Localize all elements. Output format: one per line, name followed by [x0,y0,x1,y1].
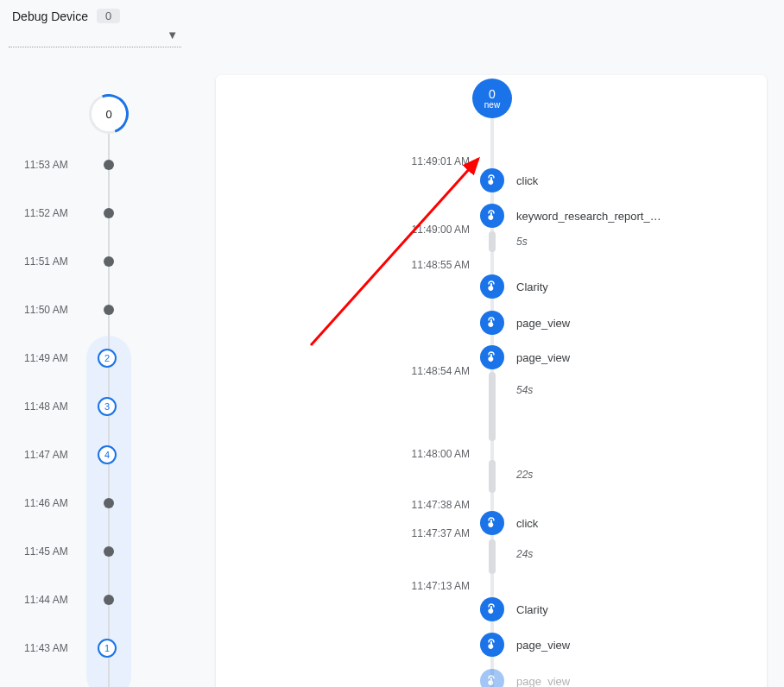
touch-icon [480,597,504,621]
event-timestamp: 11:48:55 AM [406,259,470,271]
event-row[interactable]: page_view [480,311,570,335]
minute-dot [104,160,114,170]
event-label: page_view [516,639,570,652]
touch-icon [480,311,504,335]
gap-marker [489,460,496,493]
minute-row[interactable]: 11:49 AM2 [0,348,173,369]
minute-row[interactable]: 11:44 AM [0,589,173,610]
event-row[interactable]: page_view [480,669,570,687]
minute-row[interactable]: 11:47 AM4 [0,444,173,465]
touch-icon [480,168,504,192]
event-row[interactable]: keyword_research_report_… [480,204,661,228]
minute-event-count[interactable]: 4 [98,445,117,464]
gap-marker [489,372,496,441]
minute-label: 11:52 AM [0,207,78,219]
minute-dot [104,256,114,267]
event-detail-panel: 0 new 11:49:01 AMclickkeyword_research_r… [216,75,767,687]
event-timestamp: 11:48:54 AM [406,365,470,377]
dropdown-arrow-icon: ▼ [167,28,178,41]
event-timestamp: 11:47:38 AM [406,499,470,511]
minute-label: 11:48 AM [0,400,78,413]
minute-dot [104,305,114,315]
minute-dot [104,546,114,557]
event-row[interactable]: page_view [480,345,570,369]
debug-device-label: Debug Device [12,9,88,23]
touch-icon [480,274,504,299]
event-timestamp: 11:48:00 AM [406,448,470,460]
gap-duration: 54s [516,384,533,396]
event-label: Clarity [516,603,548,616]
gap-duration: 24s [516,548,533,560]
event-row[interactable]: page_view [480,633,570,657]
gap-marker [489,539,496,574]
event-label: keyword_research_report_… [516,210,661,223]
event-timestamp: 11:47:37 AM [406,527,470,539]
event-row[interactable]: Clarity [480,274,548,299]
minute-label: 11:53 AM [0,159,78,171]
minute-event-count[interactable]: 3 [98,397,117,416]
gap-marker [489,231,496,252]
touch-icon [480,633,504,657]
minute-event-count[interactable]: 1 [98,639,117,658]
event-label: click [516,517,538,530]
minute-dot [104,208,114,218]
touch-icon [480,511,504,535]
touch-icon [480,669,504,687]
minute-label: 11:44 AM [0,594,78,606]
gap-duration: 22s [516,469,533,481]
event-timestamp: 11:47:13 AM [406,580,470,592]
minute-row[interactable]: 11:50 AM [0,299,173,320]
device-count-badge: 0 [97,9,120,23]
minute-label: 11:51 AM [0,255,78,268]
event-timestamp: 11:49:01 AM [406,155,470,167]
minute-row[interactable]: 11:51 AM [0,251,173,272]
minute-label: 11:47 AM [0,449,78,461]
event-row[interactable]: click [480,511,538,535]
minute-row[interactable]: 11:45 AM [0,541,173,562]
minute-dot [104,498,114,508]
new-events-label: new [484,100,500,110]
minute-event-count[interactable]: 2 [98,349,117,368]
new-events-bubble[interactable]: 0 new [472,79,512,118]
minute-label: 11:50 AM [0,304,78,316]
touch-icon [480,204,504,228]
minute-label: 11:46 AM [0,497,78,509]
device-dropdown[interactable]: ▼ [9,34,181,47]
event-label: page_view [516,675,570,688]
event-label: page_view [516,351,570,364]
header: Debug Device 0 [0,0,784,28]
minute-row[interactable]: 11:52 AM [0,203,173,224]
minute-label: 11:49 AM [0,352,78,364]
live-counter-value: 0 [105,108,111,121]
gap-duration: 5s [516,236,528,248]
minute-dot [104,595,114,605]
touch-icon [480,345,504,369]
event-label: page_view [516,317,570,330]
event-label: click [516,174,538,187]
minute-row[interactable]: 11:48 AM3 [0,396,173,417]
event-label: Clarity [516,280,548,293]
event-row[interactable]: Clarity [480,597,548,621]
minute-label: 11:45 AM [0,545,78,558]
minute-row[interactable]: 11:46 AM [0,493,173,514]
new-events-count: 0 [489,88,496,100]
event-row[interactable]: click [480,168,538,192]
event-timestamp: 11:49:00 AM [406,224,470,236]
minute-timeline: 0 11:53 AM11:52 AM11:51 AM11:50 AM11:49 … [0,51,181,687]
minute-label: 11:43 AM [0,642,78,654]
minute-row[interactable]: 11:43 AM1 [0,638,173,659]
minute-row[interactable]: 11:53 AM [0,154,173,175]
live-counter-bubble[interactable]: 0 [89,94,129,134]
